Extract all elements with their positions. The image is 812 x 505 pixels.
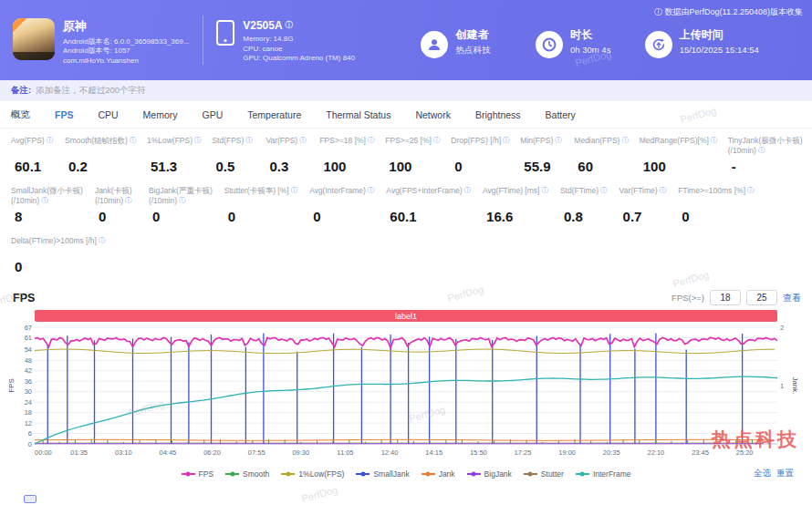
info-icon[interactable]: ⓘ (125, 196, 132, 204)
app-name: 原神 (63, 18, 189, 35)
legend-item-stutter[interactable]: Stutter (524, 469, 564, 479)
legend-label: SmallJank (373, 469, 409, 479)
legend-links: 全选 重置 (754, 468, 794, 479)
legend-item-smalljank[interactable]: SmallJank (356, 469, 409, 479)
metric-value: 60.1 (11, 159, 53, 174)
legend-item-1%low-fps[interactable]: 1%Low(FPS) (281, 469, 344, 479)
info-icon[interactable]: ⓘ (621, 136, 629, 144)
duration-label: 时长 (570, 29, 610, 41)
tab-network[interactable]: Network (415, 109, 451, 120)
note-bar[interactable]: 备注: 添加备注，不超过200个字符 (0, 80, 812, 101)
metric-value: 60 (574, 159, 627, 174)
svg-text:48: 48 (25, 356, 32, 365)
tab-cpu[interactable]: CPU (98, 109, 118, 120)
select-all-link[interactable]: 全选 (754, 468, 771, 479)
info-icon[interactable]: ⓘ (711, 136, 718, 144)
info-icon[interactable]: ⓘ (433, 136, 441, 144)
metric-smooth: Smooth(稳帧指数)ⓘ0.2 (65, 136, 135, 174)
svg-text:23:45: 23:45 (692, 448, 709, 457)
info-icon[interactable]: ⓘ (130, 136, 137, 144)
app-version-code: Android版本号: 1057 (63, 46, 189, 57)
metric-value: - (728, 159, 801, 174)
svg-text:00:00: 00:00 (35, 448, 52, 457)
metric-value: 100 (385, 159, 439, 174)
metric-avg-fps: Avg(FPS)ⓘ60.1 (11, 136, 53, 174)
metric-value: 0 (95, 209, 137, 224)
info-icon[interactable]: ⓘ (194, 136, 202, 144)
svg-text:22:10: 22:10 (648, 448, 665, 457)
info-icon[interactable]: ⓘ (368, 136, 375, 144)
note-placeholder[interactable]: 添加备注，不超过200个字符 (36, 85, 145, 97)
info-icon[interactable]: ⓘ (368, 186, 375, 194)
svg-text:61: 61 (25, 334, 32, 342)
info-icon[interactable]: ⓘ (245, 136, 253, 144)
metric-value: 0.7 (619, 209, 667, 224)
app-icon-band (13, 52, 55, 60)
tab-memory[interactable]: Memory (143, 109, 178, 120)
info-icon[interactable]: ⓘ (758, 146, 765, 154)
reset-link[interactable]: 重置 (776, 468, 794, 479)
info-icon[interactable]: ⓘ (286, 21, 293, 29)
info-icon[interactable]: ⓘ (291, 186, 298, 194)
chart-legend: FPSSmooth1%Low(FPS)SmallJankJankBigJankS… (7, 466, 805, 481)
upload-time-block: 上传时间 15/10/2025 15:14:54 (645, 22, 799, 58)
info-icon[interactable]: ⓘ (541, 186, 548, 194)
tab-battery[interactable]: Battery (546, 109, 576, 120)
info-icon[interactable]: ⓘ (503, 136, 510, 144)
metric-1%low-fps: 1%Low(FPS)ⓘ51.3 (147, 136, 200, 174)
tab-fps[interactable]: FPS (55, 109, 73, 120)
app-info-block: 原神 Android版本名: 6.0.0_36598533_369... And… (13, 15, 191, 67)
legend-item-jank[interactable]: Jank (422, 469, 455, 479)
info-icon[interactable]: ⓘ (747, 186, 755, 194)
legend-item-interframe[interactable]: InterFrame (576, 469, 631, 479)
svg-text:18: 18 (25, 408, 32, 417)
legend-item-smooth[interactable]: Smooth (225, 469, 269, 479)
metric-bigjank: BigJank(严重卡顿)(/10min)ⓘ0 (149, 186, 213, 224)
chart-scrollbar-thumb[interactable] (24, 495, 36, 503)
info-icon[interactable]: ⓘ (660, 186, 667, 194)
app-icon (13, 18, 55, 60)
upload-value: 15/10/2025 15:14:54 (680, 45, 759, 55)
info-icon[interactable]: ⓘ (555, 136, 562, 144)
svg-text:42: 42 (25, 366, 32, 375)
legend-item-bigjank[interactable]: BigJank (467, 469, 512, 479)
info-icon[interactable]: ⓘ (41, 196, 48, 204)
tab-overview[interactable]: 概览 (11, 108, 30, 121)
legend-label: Jank (439, 469, 455, 479)
app-version-name: Android版本名: 6.0.0_36598533_369... (63, 37, 189, 47)
device-cpu: CPU: canoe (243, 45, 355, 55)
tab-temperature[interactable]: Temperature (247, 109, 301, 120)
legend-label: Smooth (243, 469, 269, 479)
fps-threshold-1-input[interactable] (710, 290, 741, 305)
info-icon[interactable]: ⓘ (600, 186, 608, 194)
metric-std-fps: Std(FPS)ⓘ0.5 (212, 136, 254, 174)
view-link[interactable]: 查看 (783, 292, 801, 304)
metrics-row-2: SmallJank(微小卡顿)(/10min)ⓘ8Jank(卡顿)(/10min… (11, 186, 801, 224)
metric-value: 0.2 (65, 159, 135, 174)
info-icon[interactable]: ⓘ (299, 136, 307, 144)
fps-threshold-2-input[interactable] (746, 290, 777, 305)
upload-icon (645, 31, 672, 58)
fps-chart-plot[interactable]: 06121824303642485461671200:0001:3503:100… (7, 324, 805, 462)
tab-thermal-status[interactable]: Thermal Status (326, 109, 390, 120)
metrics-summary: Avg(FPS)ⓘ60.1Smooth(稳帧指数)ⓘ0.21%Low(FPS)ⓘ… (0, 129, 812, 274)
device-gpu: GPU: Qualcomm Adreno (TM) 840 (243, 54, 355, 64)
legend-item-fps[interactable]: FPS (182, 469, 214, 479)
info-icon[interactable]: ⓘ (47, 136, 54, 144)
creator-label: 创建者 (455, 29, 490, 41)
tab-gpu[interactable]: GPU (203, 109, 224, 120)
metric-value: 0 (149, 209, 213, 224)
metric-fps-25-%: FPS>=25 [%]ⓘ100 (385, 136, 439, 174)
perfdog-fps-report-page: 原神 Android版本名: 6.0.0_36598533_369... And… (0, 0, 812, 505)
info-icon[interactable]: ⓘ (99, 236, 106, 244)
info-icon[interactable]: ⓘ (179, 196, 186, 204)
svg-text:36: 36 (25, 377, 32, 386)
legend-marker (524, 473, 537, 475)
svg-text:54: 54 (25, 345, 32, 354)
info-icon[interactable]: ⓘ (464, 186, 472, 194)
tab-brightness[interactable]: Brightness (475, 109, 521, 120)
legend-label: BigJank (484, 469, 512, 479)
chart-label-marker[interactable]: label1 (35, 310, 777, 322)
legend-label: FPS (199, 469, 214, 479)
info-icon: ⓘ (654, 7, 662, 16)
